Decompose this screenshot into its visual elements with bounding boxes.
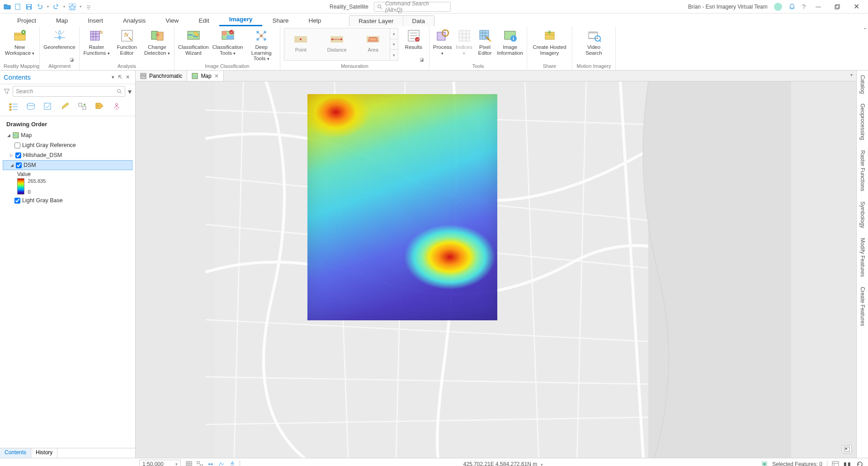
filter-icon[interactable]: [4, 88, 10, 95]
contents-search-input[interactable]: Search: [13, 86, 125, 97]
raster-functions-button[interactable]: fx Raster Functions ▾: [83, 27, 110, 56]
explore-tool-icon[interactable]: [69, 3, 76, 10]
pane-close-icon[interactable]: ✕: [124, 74, 132, 80]
mensuration-point[interactable]: Point: [294, 36, 307, 52]
maximize-button[interactable]: [831, 1, 844, 12]
pane-autohide-icon[interactable]: ⇱: [116, 74, 124, 80]
video-search-button[interactable]: Video Search: [579, 27, 609, 56]
qat-customize-icon[interactable]: [85, 3, 92, 10]
expand-arrow-icon[interactable]: ▷: [9, 153, 14, 157]
undo-icon[interactable]: [36, 3, 43, 10]
list-by-labeling-icon[interactable]: [94, 101, 105, 111]
tab-view[interactable]: View: [156, 15, 189, 26]
footer-tab-contents[interactable]: Contents: [0, 448, 31, 458]
notifications-icon[interactable]: [788, 3, 796, 10]
catalog-toggle-icon[interactable]: [832, 461, 839, 466]
pane-tab-catalog[interactable]: Catalog: [859, 73, 867, 95]
list-by-snapping-icon[interactable]: [77, 101, 88, 111]
pane-tab-symbology[interactable]: Symbology: [859, 200, 867, 230]
save-icon[interactable]: [25, 3, 33, 10]
user-avatar-icon[interactable]: [774, 3, 782, 11]
tab-data[interactable]: Data: [403, 16, 434, 26]
new-workspace-button[interactable]: New Workspace ▾: [5, 27, 35, 56]
dynamic-constraints-icon[interactable]: [229, 461, 236, 466]
view-tab-menu-icon[interactable]: ▾: [847, 71, 856, 81]
tab-map[interactable]: Map: [46, 15, 78, 26]
pane-tab-create-features[interactable]: Create Features: [859, 285, 867, 328]
selected-features-readout[interactable]: Selected Features: 0: [772, 461, 822, 466]
view-tab-map[interactable]: Map ✕: [187, 71, 223, 81]
mensuration-results-button[interactable]: Results: [402, 27, 425, 50]
open-project-icon[interactable]: [4, 3, 11, 10]
footer-tab-history[interactable]: History: [31, 448, 57, 458]
collapse-arrow-icon[interactable]: ◢: [6, 133, 11, 138]
drawing-order-heading: Drawing Order: [3, 119, 132, 130]
classification-tools-button[interactable]: Classification Tools ▾: [212, 27, 243, 56]
change-detection-button[interactable]: Change Detection ▾: [144, 27, 170, 56]
new-project-icon[interactable]: [14, 3, 22, 10]
pane-tab-geoprocessing[interactable]: Geoprocessing: [859, 102, 867, 142]
pane-tab-modify-features[interactable]: Modify Features: [859, 236, 867, 279]
close-tab-icon[interactable]: ✕: [214, 73, 219, 79]
list-by-selection-icon[interactable]: [42, 101, 53, 111]
pane-options-icon[interactable]: ▾: [110, 74, 116, 80]
collapse-ribbon-button[interactable]: ⌃: [862, 26, 868, 70]
scale-input[interactable]: 1:50,000 ▾: [139, 460, 181, 466]
process-button[interactable]: Process▾: [433, 27, 452, 56]
list-by-editing-icon[interactable]: [60, 101, 71, 111]
snapping-icon[interactable]: [196, 461, 203, 466]
list-by-source-icon[interactable]: [25, 101, 36, 111]
alignment-launcher-icon[interactable]: ◪: [70, 57, 75, 62]
layer-dsm[interactable]: ◢ DSM: [3, 160, 132, 170]
svg-text:i: i: [513, 36, 514, 41]
georeference-button[interactable]: Georeference: [43, 27, 75, 50]
mensuration-launcher-icon[interactable]: ◪: [420, 57, 425, 62]
command-search-input[interactable]: Command Search (Alt+Q): [374, 2, 451, 12]
layer-checkbox[interactable]: [14, 143, 20, 148]
minimize-button[interactable]: —: [812, 1, 825, 12]
redo-icon[interactable]: [52, 3, 60, 10]
function-editor-button[interactable]: fx Function Editor: [113, 27, 140, 56]
list-by-perceptual-icon[interactable]: [111, 101, 122, 111]
deep-learning-tools-button[interactable]: Deep Learning Tools ▾: [247, 27, 277, 62]
layer-checkbox[interactable]: [14, 198, 20, 204]
view-tab-panchromatic[interactable]: Panchromatic: [136, 71, 187, 81]
refresh-icon[interactable]: [856, 461, 863, 466]
tab-insert[interactable]: Insert: [78, 15, 113, 26]
corrections-icon[interactable]: [218, 461, 225, 466]
grid-toggle-icon[interactable]: [185, 461, 193, 466]
tab-project[interactable]: Project: [7, 15, 46, 26]
classification-wizard-button[interactable]: Classification Wizard: [178, 27, 209, 56]
coords-options-icon[interactable]: ▾: [539, 462, 543, 466]
navigator-icon[interactable]: [842, 445, 852, 453]
close-button[interactable]: ✕: [850, 1, 863, 12]
layer-light-gray-reference[interactable]: Light Gray Reference: [3, 140, 132, 150]
help-icon[interactable]: ?: [802, 3, 806, 10]
tab-raster-layer[interactable]: Raster Layer: [349, 16, 403, 26]
search-options-icon[interactable]: ▾: [128, 87, 132, 96]
mensuration-area[interactable]: Area: [367, 36, 379, 52]
layer-checkbox[interactable]: [15, 152, 21, 158]
map-view[interactable]: [136, 81, 856, 458]
gallery-scroll[interactable]: ▴▾▾: [390, 29, 398, 60]
tab-help[interactable]: Help: [298, 15, 331, 26]
tab-share[interactable]: Share: [262, 15, 298, 26]
pixel-editor-button[interactable]: Pixel Editor: [476, 27, 494, 56]
pane-tab-raster-functions[interactable]: Raster Functions: [859, 148, 867, 193]
layer-hillshade-dsm[interactable]: ▷ Hillshade_DSM: [3, 150, 132, 160]
layer-light-gray-base[interactable]: Light Gray Base: [3, 195, 132, 205]
mensuration-distance[interactable]: Distance: [327, 36, 347, 52]
collapse-arrow-icon[interactable]: ◢: [9, 163, 14, 167]
layer-checkbox[interactable]: [16, 162, 22, 168]
tab-edit[interactable]: Edit: [189, 15, 219, 26]
image-information-button[interactable]: i Image Information: [497, 27, 523, 56]
create-hosted-imagery-button[interactable]: Create Hosted Imagery: [532, 27, 568, 56]
toc-map-row[interactable]: ◢ Map: [3, 130, 132, 140]
constraints-icon[interactable]: [207, 461, 214, 466]
tab-analysis[interactable]: Analysis: [113, 15, 156, 26]
tab-imagery[interactable]: Imagery: [219, 14, 263, 26]
indices-button[interactable]: Indices▾: [456, 27, 473, 56]
pause-drawing-icon[interactable]: ▮▮: [844, 461, 852, 466]
list-by-drawing-order-icon[interactable]: [8, 101, 19, 111]
user-name[interactable]: Brian - Esri Imagery Virtual Team: [688, 4, 768, 10]
